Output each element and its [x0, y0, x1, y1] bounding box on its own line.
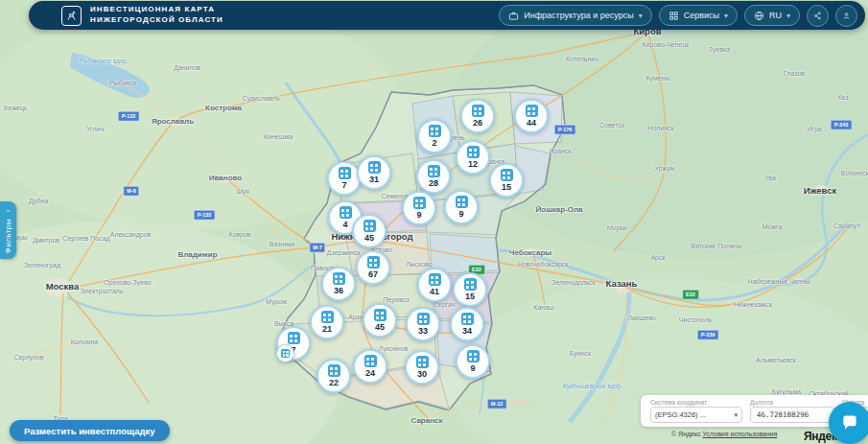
- coord-system-select[interactable]: (EPSG:4326) ... ▾: [650, 407, 742, 423]
- building-icon: [328, 364, 340, 377]
- cluster-markers-layer: 2264412281573199445673641152145333472224…: [0, 0, 868, 444]
- cluster-count: 44: [527, 119, 536, 128]
- cluster-marker[interactable]: 2: [417, 119, 452, 153]
- cluster-marker[interactable]: 31: [357, 155, 391, 190]
- cluster-marker[interactable]: 30: [405, 350, 439, 385]
- building-icon: [464, 278, 477, 291]
- building-icon: [374, 309, 387, 321]
- cluster-marker[interactable]: 26: [460, 99, 495, 133]
- services-menu-label: Сервисы: [684, 11, 719, 20]
- longitude-input[interactable]: [755, 409, 826, 420]
- building-icon: [416, 356, 429, 368]
- building-icon: [461, 313, 474, 325]
- building-icon: [417, 313, 430, 325]
- cluster-marker[interactable]: 12: [456, 140, 490, 175]
- language-menu-button[interactable]: RU ▾: [744, 5, 800, 26]
- longitude-label: Долгота: [750, 399, 834, 406]
- cluster-count: 26: [473, 119, 482, 128]
- share-icon: [813, 11, 822, 21]
- chevron-down-icon: ▾: [734, 411, 738, 419]
- cluster-marker[interactable]: 33: [406, 307, 440, 341]
- cluster-marker[interactable]: 15: [489, 163, 524, 198]
- cluster-count: 9: [416, 211, 421, 220]
- cluster-count: 4: [342, 221, 347, 229]
- app-window: Рыбинское вдхр.Куйбышевское вдхр.МоскваК…: [0, 0, 868, 444]
- map-canvas[interactable]: Рыбинское вдхр.Куйбышевское вдхр.МоскваК…: [0, 0, 868, 444]
- profile-icon: [842, 11, 851, 21]
- cluster-marker[interactable]: 67: [356, 250, 390, 285]
- building-icon: [364, 220, 376, 232]
- cluster-count: 45: [375, 323, 385, 332]
- deer-emblem-icon: [61, 6, 82, 26]
- terms-link[interactable]: Условия использования: [703, 431, 778, 437]
- building-icon: [321, 311, 334, 323]
- chevron-down-icon: ▾: [786, 12, 790, 20]
- cluster-marker[interactable]: 36: [321, 267, 356, 301]
- coord-system-value: (EPSG:4326) ...: [655, 410, 706, 419]
- cluster-count: 7: [341, 181, 346, 190]
- filters-tab[interactable]: › Фильтры: [0, 201, 16, 259]
- chat-widget-button[interactable]: [829, 402, 868, 444]
- cluster-marker[interactable]: 7: [327, 161, 362, 196]
- infrastructure-menu-button[interactable]: Инфраструктура и ресурсы ▾: [499, 5, 651, 26]
- cluster-marker[interactable]: 44: [514, 99, 549, 133]
- briefcase-icon: [508, 11, 519, 21]
- cluster-count: 15: [502, 183, 511, 192]
- cluster-marker[interactable]: 24: [353, 349, 387, 384]
- share-button[interactable]: [807, 5, 829, 27]
- building-icon: [456, 196, 468, 208]
- cluster-count: 33: [418, 327, 428, 336]
- chevron-down-icon: ▾: [639, 12, 643, 20]
- coord-system-label: Система координат: [650, 399, 742, 406]
- place-investment-site-button[interactable]: Разместить инвестплощадку: [10, 420, 170, 441]
- cluster-marker[interactable]: 45: [352, 214, 387, 248]
- building-icon: [467, 350, 480, 362]
- cluster-count: 21: [322, 325, 332, 334]
- building-icon: [367, 256, 380, 269]
- building-icon: [429, 125, 441, 137]
- building-icon: [428, 165, 440, 177]
- chevron-down-icon: ▾: [724, 12, 728, 20]
- building-icon: [526, 105, 538, 117]
- language-label: RU: [769, 11, 782, 20]
- building-icon: [467, 146, 480, 158]
- building-icon: [472, 105, 484, 117]
- cluster-count: 15: [465, 292, 475, 301]
- building-icon: [364, 355, 377, 367]
- cluster-marker[interactable]: 9: [444, 190, 479, 224]
- cluster-count: 9: [470, 364, 475, 373]
- chevron-icon: ›: [4, 210, 12, 213]
- building-icon: [501, 169, 513, 181]
- cluster-marker[interactable]: 15: [453, 272, 487, 307]
- single-placemark[interactable]: [276, 344, 294, 362]
- cluster-count: 12: [468, 160, 478, 169]
- cluster-marker[interactable]: 9: [402, 191, 436, 225]
- cluster-marker[interactable]: 22: [317, 359, 351, 393]
- cluster-marker[interactable]: 34: [450, 307, 484, 341]
- cluster-marker[interactable]: 45: [363, 303, 397, 338]
- cluster-count: 9: [458, 210, 463, 219]
- profile-button[interactable]: [835, 5, 857, 27]
- infrastructure-menu-label: Инфраструктура и ресурсы: [524, 11, 633, 20]
- app-title: ИНВЕСТИЦИОННАЯ КАРТА НИЖЕГОРОДСКОЙ ОБЛАС…: [90, 5, 223, 26]
- building-icon: [333, 272, 345, 285]
- services-menu-button[interactable]: Сервисы ▾: [659, 5, 738, 26]
- map-attribution: © Яндекс Условия использования: [671, 431, 777, 437]
- cluster-count: 28: [429, 179, 438, 188]
- cluster-marker[interactable]: 21: [310, 305, 344, 339]
- cluster-count: 22: [329, 379, 339, 387]
- globe-icon: [754, 11, 764, 21]
- building-icon: [340, 206, 352, 219]
- cluster-marker[interactable]: 28: [416, 159, 451, 194]
- cluster-marker[interactable]: 9: [456, 344, 490, 379]
- building-icon: [339, 167, 351, 179]
- copyright-text: © Яндекс: [671, 431, 701, 437]
- cluster-count: 45: [364, 234, 374, 243]
- cluster-count: 2: [432, 139, 436, 148]
- cluster-marker[interactable]: 41: [417, 268, 452, 302]
- building-icon: [368, 161, 381, 174]
- cluster-count: 34: [462, 327, 472, 336]
- cluster-count: 36: [334, 287, 343, 295]
- chat-bubble-icon: [840, 413, 859, 432]
- header-bar: ИНВЕСТИЦИОННАЯ КАРТА НИЖЕГОРОДСКОЙ ОБЛАС…: [29, 1, 865, 30]
